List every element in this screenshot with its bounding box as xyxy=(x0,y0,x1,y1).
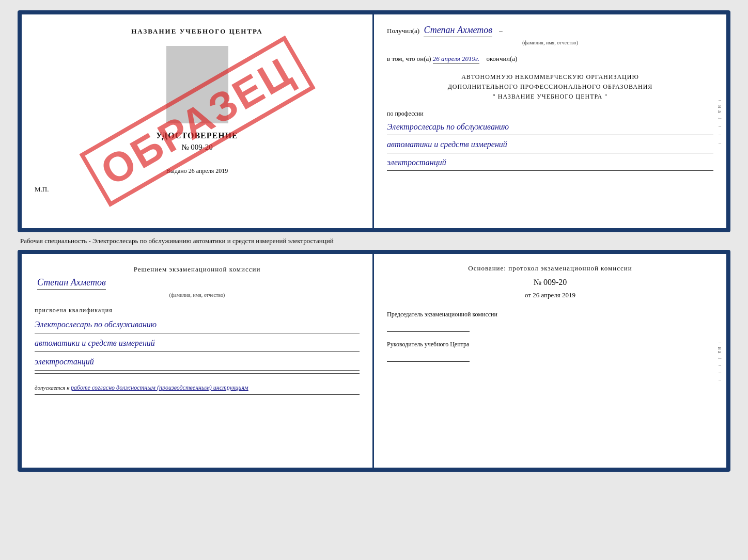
spine-top: – и а ← – – – xyxy=(713,14,726,228)
recipient-name: Степан Ахметов xyxy=(424,25,492,37)
assigned-label: присвоена квалификация xyxy=(35,306,360,315)
decision-line1: Решением экзаменационной комиссии xyxy=(35,264,360,275)
org-line3: " НАЗВАНИЕ УЧЕБНОГО ЦЕНТРА " xyxy=(387,92,713,102)
completion-date: 26 апреля 2019г. xyxy=(433,55,479,63)
allowed-underline xyxy=(35,394,360,395)
name-subtitle-top: (фамилия, имя, отчество) xyxy=(387,40,713,45)
director-label: Руководитель учебного Центра xyxy=(387,340,713,349)
org-line1: АВТОНОМНУЮ НЕКОММЕРЧЕСКУЮ ОРГАНИЗАЦИЮ xyxy=(387,72,713,82)
org-line2: ДОПОЛНИТЕЛЬНОГО ПРОФЕССИОНАЛЬНОГО ОБРАЗО… xyxy=(387,82,713,92)
received-line: Получил(а) Степан Ахметов – xyxy=(387,25,713,37)
protocol-number: № 009-20 xyxy=(387,278,713,287)
cert-title: УДОСТОВЕРЕНИЕ xyxy=(35,131,360,140)
bottom-name-subtitle: (фамилия, имя, отчество) xyxy=(35,292,360,298)
finished-label: окончил(а) xyxy=(486,55,517,62)
school-title-top: НАЗВАНИЕ УЧЕБНОГО ЦЕНТРА xyxy=(35,27,360,36)
issued-line: Выдано 26 апреля 2019 xyxy=(35,167,360,175)
middle-specialty-text: Рабочая специальность - Электрослесарь п… xyxy=(18,232,730,250)
spine-bottom: – и а ← – – – xyxy=(713,254,726,468)
profession-label: по профессии xyxy=(387,110,713,118)
profession-line1: Электрослесарь по обслуживанию xyxy=(387,120,713,136)
bottom-recipient-name: Степан Ахметов xyxy=(37,277,106,290)
top-right-panel: Получил(а) Степан Ахметов – (фамилия, им… xyxy=(374,14,726,228)
in-that-line: в том, что он(а) 26 апреля 2019г. окончи… xyxy=(387,55,713,63)
org-block: АВТОНОМНУЮ НЕКОММЕРЧЕСКУЮ ОРГАНИЗАЦИЮ ДО… xyxy=(387,72,713,102)
specialty-label: Рабочая специальность - Электрослесарь п… xyxy=(20,237,334,245)
basis-label: Основание: протокол экзаменационной коми… xyxy=(387,264,713,273)
top-document: НАЗВАНИЕ УЧЕБНОГО ЦЕНТРА УДОСТОВЕРЕНИЕ №… xyxy=(18,10,730,232)
received-label: Получил(а) xyxy=(387,27,419,35)
bottom-right-panel: Основание: протокол экзаменационной коми… xyxy=(374,254,726,468)
in-that-label: в том, что он(а) xyxy=(387,55,431,62)
photo-placeholder xyxy=(166,46,228,123)
chairman-label: Председатель экзаменационной комиссии xyxy=(387,310,713,319)
bottom-document: Решением экзаменационной комиссии Степан… xyxy=(18,250,730,472)
profession-line2: автоматики и средств измерений xyxy=(387,138,713,153)
chairman-signature-line xyxy=(387,322,470,332)
director-signature-line xyxy=(387,351,470,362)
bottom-name-block: Степан Ахметов xyxy=(35,277,360,290)
cert-number: № 009-20 xyxy=(35,143,360,152)
qualification-line2: автоматики и средств измерений xyxy=(35,336,360,352)
qualification-line3: электростанций xyxy=(35,355,360,371)
qualification-underline xyxy=(35,373,360,374)
protocol-date: 26 апреля 2019 xyxy=(533,291,575,299)
allowed-instructions: работе согласно должностным (производств… xyxy=(71,384,248,391)
allowed-label: допускается к xyxy=(35,385,69,391)
protocol-date-line: от 26 апреля 2019 xyxy=(387,291,713,299)
allowed-text-block: допускается к работе согласно должностны… xyxy=(35,384,360,392)
protocol-date-prefix: от xyxy=(525,291,531,299)
top-left-panel: НАЗВАНИЕ УЧЕБНОГО ЦЕНТРА УДОСТОВЕРЕНИЕ №… xyxy=(22,14,374,228)
profession-line3: электростанций xyxy=(387,156,713,171)
issued-label: Выдано xyxy=(166,167,187,174)
mp-label: М.П. xyxy=(35,185,360,194)
qualification-line1: Электрослесарь по обслуживанию xyxy=(35,317,360,333)
issued-date: 26 апреля 2019 xyxy=(189,167,228,174)
bottom-left-panel: Решением экзаменационной комиссии Степан… xyxy=(22,254,374,468)
